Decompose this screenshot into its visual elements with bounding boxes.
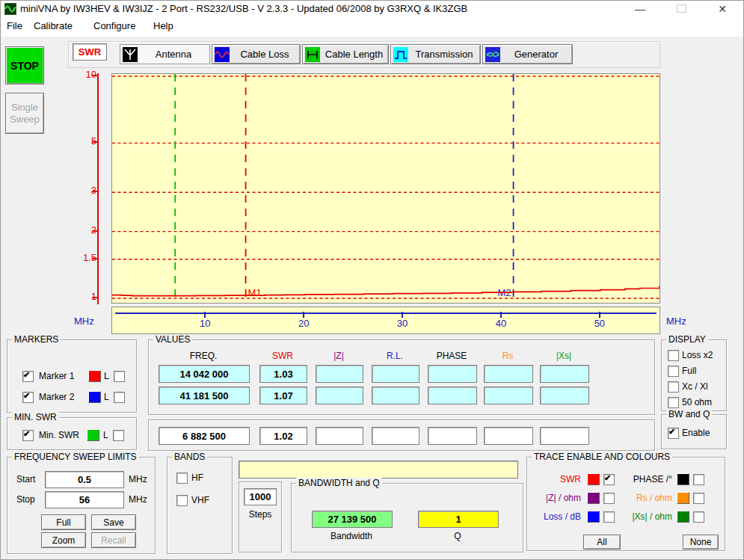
mhz-label-right: MHz xyxy=(666,316,686,327)
tab-antenna[interactable]: Antenna xyxy=(120,44,210,64)
antenna-icon xyxy=(123,47,138,62)
vhf-checkbox[interactable] xyxy=(176,495,188,506)
bw-q-enable-label: Enable xyxy=(682,428,710,438)
tab-transmission[interactable]: Transmission xyxy=(390,44,481,64)
x-tick xyxy=(204,312,206,318)
xc-xl-checkbox[interactable] xyxy=(668,381,679,393)
trace-all-button[interactable]: All xyxy=(583,535,621,550)
marker2-label: Marker 2 xyxy=(39,392,74,402)
header-phase: PHASE xyxy=(428,351,476,361)
bandwidth-field: 27 139 500 xyxy=(312,511,393,528)
full-checkbox[interactable] xyxy=(668,366,679,377)
recall-button[interactable]: Recall xyxy=(91,532,136,548)
steps-panel: 1000 Steps xyxy=(239,481,282,553)
marker2-swr-field: 1.07 xyxy=(259,387,307,404)
trace-phase-swatch[interactable] xyxy=(677,473,689,485)
minimize-button[interactable]: — xyxy=(628,1,652,17)
full-sweep-button[interactable]: Full xyxy=(41,514,86,530)
trace-none-button[interactable]: None xyxy=(683,535,719,550)
min-swr-rl-field xyxy=(372,427,419,445)
trace-loss-label: Loss / dB xyxy=(533,511,581,522)
marker1-color-swatch[interactable] xyxy=(88,370,101,382)
stop-input[interactable]: 56 xyxy=(45,491,124,508)
trace-rs-swatch[interactable] xyxy=(677,492,689,504)
hf-label: HF xyxy=(191,473,203,483)
trace-z-swatch[interactable] xyxy=(587,492,600,504)
y-tick xyxy=(92,297,98,298)
close-button[interactable]: ✕ xyxy=(710,1,734,17)
hf-checkbox[interactable] xyxy=(176,473,188,484)
marker2-color-swatch[interactable] xyxy=(88,391,101,403)
q-label: Q xyxy=(418,531,497,541)
min-swr-z-field xyxy=(316,427,363,445)
menu-help[interactable]: Help xyxy=(153,20,173,31)
tab-generator[interactable]: Generator xyxy=(482,44,573,64)
x-tick xyxy=(500,312,502,318)
start-input[interactable]: 0.5 xyxy=(45,471,124,488)
tab-transmission-label: Transmission xyxy=(408,49,480,60)
min-swr-freq-field: 6 882 500 xyxy=(159,427,250,445)
bw-q-enable-checkbox[interactable] xyxy=(668,428,679,439)
min-swr-l-checkbox[interactable] xyxy=(113,430,124,441)
trace-z-checkbox[interactable] xyxy=(603,493,615,504)
zoom-button[interactable]: Zoom xyxy=(41,532,86,548)
menu-file[interactable]: File xyxy=(7,20,22,31)
trace-swr-checkbox[interactable] xyxy=(603,474,615,485)
marker2-rs-field xyxy=(484,387,533,404)
marker2-checkbox[interactable] xyxy=(22,392,34,403)
bands-title: BANDS xyxy=(172,452,207,462)
minivna-window: miniVNA by IW3HEV & IW3IJZ - 2 Port - RS… xyxy=(0,0,744,560)
title-bar: miniVNA by IW3HEV & IW3IJZ - 2 Port - RS… xyxy=(1,1,743,17)
x-tick xyxy=(599,312,600,318)
values-group: VALUES FREQ. SWR |Z| R.L. PHASE Rs |Xs| … xyxy=(148,339,655,415)
min-swr-values-panel: 6 882 500 1.02 xyxy=(148,419,655,451)
x-tick-label: 50 xyxy=(594,318,605,329)
tab-generator-label: Generator xyxy=(500,49,572,60)
mhz-label-left: MHz xyxy=(74,316,94,327)
marker1-checkbox[interactable] xyxy=(22,371,34,382)
bandwidth-q-group: BANDWIDTH and Q 27 139 500 Bandwidth 1 Q xyxy=(291,483,523,553)
min-swr-phase-field xyxy=(428,427,477,445)
trace-xs-swatch[interactable] xyxy=(677,511,689,523)
stop-button[interactable]: STOP xyxy=(5,46,44,84)
min-swr-label: Min. SWR xyxy=(39,430,79,440)
x-tick-label: 40 xyxy=(496,318,506,329)
header-rs: Rs xyxy=(484,351,532,361)
maximize-button[interactable] xyxy=(669,1,693,17)
menu-calibrate[interactable]: Calibrate xyxy=(34,20,73,31)
message-field xyxy=(239,461,518,479)
trace-phase-checkbox[interactable] xyxy=(693,474,704,485)
trace-swr-swatch[interactable] xyxy=(587,473,600,485)
single-sweep-button[interactable]: Single Sweep xyxy=(5,93,44,134)
marker1-l-label: L xyxy=(104,371,109,381)
trace-xs-checkbox[interactable] xyxy=(693,511,704,523)
marker1-xs-field xyxy=(540,365,589,383)
generator-icon xyxy=(485,47,500,62)
svg-text:M1: M1 xyxy=(248,287,262,298)
trace-rs-checkbox[interactable] xyxy=(693,493,704,504)
trace-loss-swatch[interactable] xyxy=(587,511,600,523)
tab-cable-length[interactable]: Cable Length xyxy=(302,44,389,64)
steps-input[interactable]: 1000 xyxy=(244,488,277,505)
single-sweep-line1: Single xyxy=(11,102,38,114)
fifty-ohm-checkbox[interactable] xyxy=(668,397,679,408)
x-tick-label: 10 xyxy=(200,318,210,329)
app-icon xyxy=(4,3,16,15)
min-swr-checkbox[interactable] xyxy=(22,430,34,441)
vhf-label: VHF xyxy=(191,495,209,505)
marker2-z-field xyxy=(316,387,363,404)
values-title: VALUES xyxy=(153,334,192,345)
full-label: Full xyxy=(682,366,696,376)
menu-configure[interactable]: Configure xyxy=(93,20,135,31)
trace-loss-checkbox[interactable] xyxy=(603,511,615,523)
swr-plot: M1M2 xyxy=(111,73,660,304)
tab-cable-loss[interactable]: Cable Loss xyxy=(212,44,301,64)
save-button[interactable]: Save xyxy=(91,514,136,530)
min-swr-color-swatch[interactable] xyxy=(87,429,99,441)
header-freq: FREQ. xyxy=(159,351,248,361)
header-rl: R.L. xyxy=(372,351,418,361)
marker1-l-checkbox[interactable] xyxy=(114,371,125,382)
display-group: DISPLAY Loss x2 Full Xc / Xl 50 ohm xyxy=(661,339,727,411)
loss-x2-checkbox[interactable] xyxy=(668,350,679,361)
marker2-l-checkbox[interactable] xyxy=(114,392,125,403)
